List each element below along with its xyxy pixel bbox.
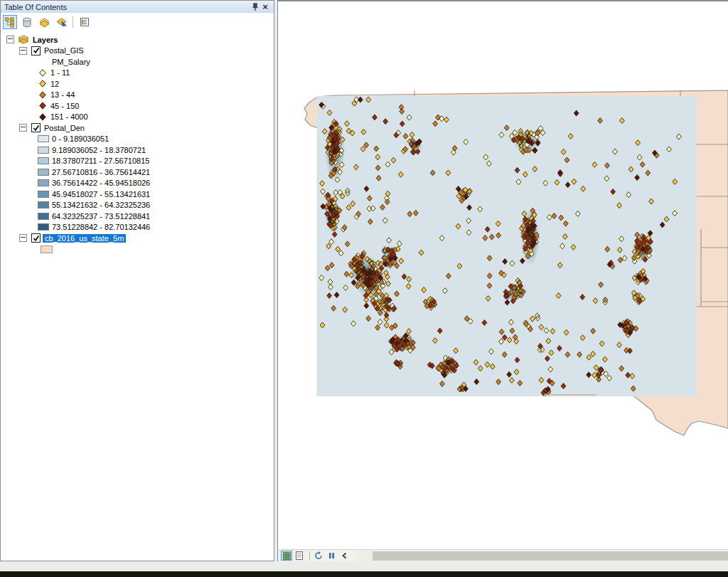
layer-checkbox[interactable] [31,123,41,132]
class-symbol [38,179,49,186]
class-symbol [38,135,49,142]
class-label: 73.51228842 - 82.70132446 [52,223,150,231]
scrollbar-thumb[interactable] [373,551,728,561]
map-canvas[interactable] [278,1,728,549]
class-label: 0 - 9.189036051 [52,134,109,143]
legend-class-row: 27.56710816 - 36.75614421 [1,166,274,178]
class-label: 45.94518027 - 55.13421631 [52,190,150,198]
class-label: 9.189036052 - 18.3780721 [52,146,146,154]
layer-checkbox[interactable] [31,46,41,55]
class-label: 55.13421632 - 64.32325236 [52,201,150,209]
class-label: 18.37807211 - 27.56710815 [52,157,149,165]
class-symbol [38,223,49,231]
statusbar-separator [309,551,310,560]
horizontal-scrollbar[interactable] [357,551,728,561]
close-icon[interactable]: × [260,2,270,12]
class-symbol [38,113,48,121]
legend-class-row: 64.32325237 - 73.51228841 [1,211,274,222]
legend-class-row: 45.94518027 - 55.13421631 [1,189,274,200]
class-symbol [38,201,49,208]
data-view-button[interactable] [281,551,292,561]
pause-drawing-button[interactable] [326,551,337,561]
legend-class-row: 9.189036052 - 18.3780721 [1,144,274,156]
class-label: 45 - 150 [50,102,79,110]
layer-field-row: PM_Salary [1,56,274,68]
class-symbol [38,147,49,154]
layer-item-postal-gis: Postal_GIS [1,46,274,57]
toc-titlebar: Table Of Contents × [1,1,274,13]
class-symbol [38,102,48,110]
map-view[interactable] [277,0,728,549]
toolbar-separator [73,16,73,28]
class-label: 13 - 44 [50,90,75,99]
layer-checkbox[interactable] [31,233,41,243]
layers-icon [18,35,29,44]
class-symbol [38,169,49,176]
class-label: 1 - 11 [50,68,70,77]
map-statusbar [277,549,728,561]
list-by-source-button[interactable] [20,15,34,29]
refresh-view-button[interactable] [313,551,324,561]
class-label: 151 - 4000 [50,112,88,121]
taskbar-edge [0,571,728,577]
legend-class-row: 0 - 9.189036051 [1,134,274,145]
layout-view-button[interactable] [294,551,305,561]
toc-options-button[interactable] [77,15,92,29]
expander-icon[interactable] [19,234,27,242]
class-label: 64.32325237 - 73.51228841 [52,212,150,221]
table-of-contents-panel: Table Of Contents × [0,0,274,561]
class-symbol [38,157,49,164]
class-symbol [38,213,49,220]
layer-item-cb-2016-us-state-5m: cb_2016_us_state_5m [1,233,274,244]
layer-swatch-row [1,244,274,255]
list-by-selection-button[interactable] [54,15,68,29]
legend-class-row: 13 - 44 [1,90,274,101]
legend-class-row: 1 - 11 [1,68,274,79]
root-label[interactable]: Layers [33,36,58,44]
class-symbol [38,191,49,198]
legend-class-row: 36.75614422 - 45.94518026 [1,178,274,189]
class-symbol [38,69,48,77]
toc-title: Table Of Contents [4,3,250,11]
legend-class-row: 12 [1,78,274,90]
legend-class-row: 55.13421632 - 64.32325236 [1,200,274,211]
list-by-drawing-order-button[interactable] [3,15,17,29]
list-by-visibility-button[interactable] [37,15,51,29]
class-label: 12 [50,80,59,88]
legend-class-row: 18.37807211 - 27.56710815 [1,156,274,167]
pin-icon[interactable] [250,2,260,12]
expander-icon[interactable] [19,124,27,132]
tree-root-row: Layers [1,34,274,46]
class-label: 27.56710816 - 36.75614421 [52,168,150,176]
class-symbol [38,91,48,99]
layer-tree: LayersPostal_GISPM_Salary1 - 111213 - 44… [1,31,274,255]
layer-label[interactable]: Postal_Den [44,124,85,132]
expander-icon[interactable] [19,47,27,55]
scroll-left-button[interactable] [338,551,350,561]
legend-class-row: 151 - 4000 [1,112,274,123]
class-label: 36.75614422 - 45.94518026 [52,179,150,187]
layer-item-postal-den: Postal_Den [1,122,274,134]
layer-label[interactable]: Postal_GIS [44,46,84,55]
polygon-symbol [41,245,53,253]
toc-toolbar [1,13,274,31]
legend-class-row: 45 - 150 [1,100,274,112]
expander-icon[interactable] [6,36,14,43]
legend-class-row: 73.51228842 - 82.70132446 [1,222,274,233]
layer-label[interactable]: cb_2016_us_state_5m [43,234,126,243]
application-statusbar [0,561,728,571]
field-label: PM_Salary [52,58,90,66]
class-symbol [38,80,48,88]
